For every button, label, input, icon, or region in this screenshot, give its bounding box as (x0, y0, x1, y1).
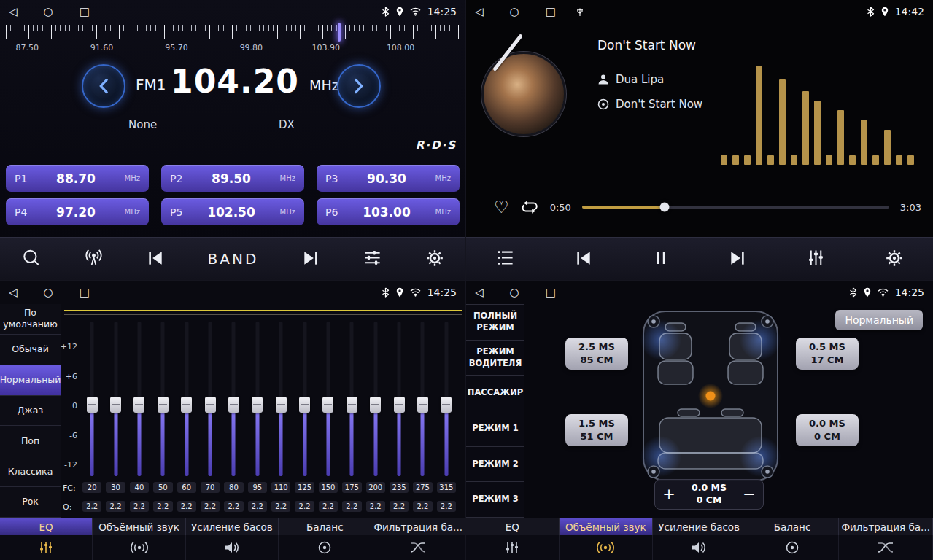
tab-surround[interactable]: Объёмный звук (93, 518, 185, 560)
radio-preset-button[interactable]: P289.50MHz (161, 165, 304, 192)
nav-home-icon[interactable]: ○ (510, 287, 519, 298)
radio-preset-button[interactable]: P188.70MHz (6, 165, 149, 192)
eq-slider-handle[interactable] (181, 397, 192, 413)
eq-slider-handle[interactable] (370, 397, 381, 413)
eq-band-slider[interactable] (246, 322, 269, 476)
sound-mode-item[interactable]: ПОЛНЫЙ РЕЖИМ (466, 304, 524, 341)
eq-preset-item[interactable]: Поп (0, 426, 61, 456)
seat-map[interactable] (634, 307, 787, 486)
delay-increase-button[interactable]: + (655, 487, 683, 502)
tab-surround[interactable]: Объёмный звук (560, 518, 653, 560)
nav-back-icon[interactable]: ◁ (475, 287, 484, 298)
next-button[interactable] (728, 249, 747, 270)
eq-preset-item[interactable]: Классика (0, 456, 61, 487)
eq-slider-handle[interactable] (228, 397, 239, 413)
nav-back-icon[interactable]: ◁ (9, 287, 18, 298)
tab-filter[interactable]: Фильтрация ба... (839, 518, 933, 560)
eq-slider-handle[interactable] (299, 397, 310, 413)
broadcast-button[interactable] (84, 248, 104, 270)
mixer-button[interactable] (806, 248, 826, 270)
sound-mode-item[interactable]: РЕЖИМ 2 (466, 447, 524, 483)
delay-decrease-button[interactable]: − (735, 487, 763, 502)
eq-band-slider[interactable] (222, 322, 245, 476)
repeat-icon[interactable] (520, 198, 539, 216)
tab-bass-boost[interactable]: Усиление басов (186, 518, 279, 560)
tab-bass-boost[interactable]: Усиление басов (653, 518, 746, 560)
sound-preset-button[interactable]: Нормальный (835, 310, 923, 330)
eq-preset-item[interactable]: По умолчанию (0, 304, 61, 335)
eq-shortcut-button[interactable] (363, 248, 382, 270)
tuner-indicator[interactable] (338, 23, 341, 42)
nav-recents-icon[interactable]: □ (80, 7, 90, 18)
eq-band-slider[interactable] (435, 322, 458, 476)
radio-preset-button[interactable]: P497.20MHz (6, 198, 149, 225)
sound-mode-item[interactable]: РЕЖИМ 1 (466, 411, 524, 447)
eq-slider-handle[interactable] (205, 397, 216, 413)
tab-eq[interactable]: EQ (0, 518, 93, 560)
eq-band-slider[interactable] (151, 322, 174, 476)
eq-band-slider[interactable] (269, 322, 293, 476)
tune-down-button[interactable] (82, 64, 125, 108)
eq-preset-item[interactable]: Нормальный (0, 365, 61, 396)
nav-home-icon[interactable]: ○ (510, 7, 519, 18)
eq-slider-handle[interactable] (347, 397, 357, 413)
eq-slider-handle[interactable] (133, 397, 144, 413)
nav-home-icon[interactable]: ○ (44, 7, 53, 18)
delay-front-right[interactable]: 0.5 MS 17 CM (796, 338, 859, 370)
playlist-button[interactable] (495, 248, 515, 270)
sound-mode-item[interactable]: ПАССАЖИР (466, 376, 524, 411)
eq-slider-handle[interactable] (110, 397, 121, 413)
tab-filter[interactable]: Фильтрация ба... (371, 518, 465, 560)
band-button[interactable]: BAND (208, 250, 259, 268)
delay-front-left[interactable]: 2.5 MS 85 CM (565, 338, 628, 370)
eq-band-slider[interactable] (293, 322, 316, 476)
eq-slider-handle[interactable] (441, 397, 452, 413)
eq-band-slider[interactable] (80, 322, 104, 476)
radio-preset-button[interactable]: P390.30MHz (317, 165, 460, 192)
eq-band-slider[interactable] (340, 322, 363, 476)
delay-rear-left[interactable]: 1.5 MS 51 CM (565, 414, 628, 446)
nav-back-icon[interactable]: ◁ (9, 7, 18, 18)
nav-recents-icon[interactable]: □ (80, 287, 90, 298)
radio-preset-button[interactable]: P6103.00MHz (317, 198, 460, 225)
settings-button[interactable] (885, 249, 904, 270)
frequency-ruler[interactable] (6, 25, 460, 39)
eq-slider-handle[interactable] (87, 397, 98, 413)
sound-mode-item[interactable]: РЕЖИМ ВОДИТЕЛЯ (466, 341, 524, 376)
eq-band-slider[interactable] (104, 322, 127, 476)
radio-preset-button[interactable]: P5102.50MHz (161, 198, 304, 225)
nav-recents-icon[interactable]: □ (546, 7, 556, 18)
tab-balance[interactable]: Баланс (746, 518, 840, 560)
seek-up-button[interactable] (301, 249, 320, 270)
pause-button[interactable] (652, 249, 670, 270)
eq-preset-item[interactable]: Рок (0, 487, 61, 518)
progress-knob[interactable] (660, 203, 670, 212)
eq-preset-item[interactable]: Джаз (0, 396, 61, 427)
eq-band-slider[interactable] (317, 322, 340, 476)
favorite-button[interactable]: ♡ (494, 199, 509, 216)
eq-slider-handle[interactable] (417, 397, 428, 413)
eq-slider-handle[interactable] (322, 397, 333, 413)
eq-slider-handle[interactable] (394, 397, 405, 413)
seek-down-button[interactable] (146, 249, 165, 270)
scan-button[interactable] (21, 248, 41, 270)
eq-band-slider[interactable] (128, 322, 151, 476)
eq-slider-handle[interactable] (252, 397, 263, 413)
eq-slider-handle[interactable] (158, 397, 169, 413)
seek-bar[interactable] (582, 206, 889, 209)
eq-band-slider[interactable] (175, 322, 198, 476)
tune-up-button[interactable] (337, 64, 381, 108)
nav-recents-icon[interactable]: □ (546, 287, 556, 298)
eq-preset-item[interactable]: Обычай (0, 335, 61, 365)
eq-band-slider[interactable] (387, 322, 411, 476)
eq-band-slider[interactable] (198, 322, 222, 476)
eq-band-slider[interactable] (411, 322, 434, 476)
previous-button[interactable] (574, 249, 593, 270)
settings-button[interactable] (425, 249, 444, 270)
eq-slider-handle[interactable] (276, 397, 287, 413)
nav-back-icon[interactable]: ◁ (475, 7, 484, 18)
tab-balance[interactable]: Баланс (279, 518, 371, 560)
frequency-scale[interactable]: 87.5091.6095.7099.80103.90108.00 (6, 25, 460, 58)
sound-mode-item[interactable]: РЕЖИМ 3 (466, 482, 524, 518)
delay-rear-right[interactable]: 0.0 MS 0 CM (796, 414, 859, 446)
